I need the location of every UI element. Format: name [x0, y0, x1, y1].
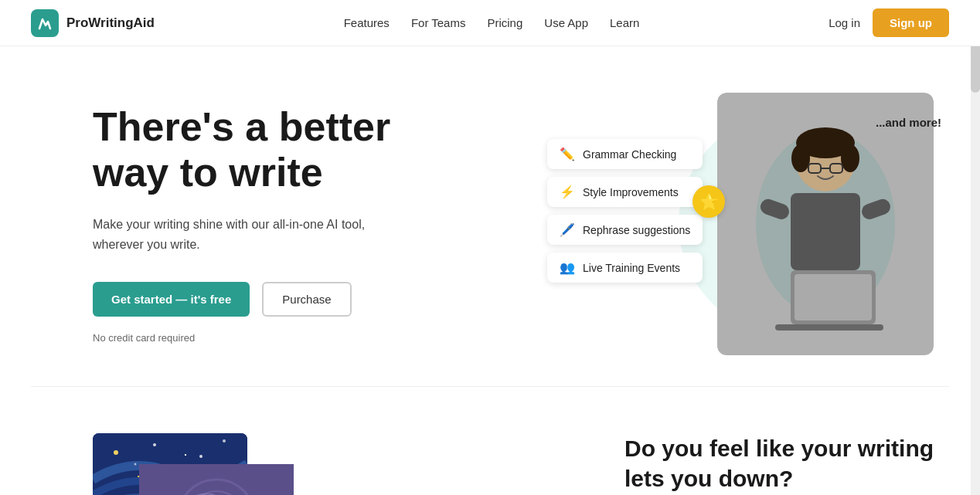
feature-pills: ✏️ Grammar Checking ⚡ Style Improvements… [547, 139, 703, 283]
svg-point-3 [791, 144, 810, 172]
feature-pill-grammar: ✏️ Grammar Checking [547, 139, 703, 169]
person-placeholder [717, 93, 934, 355]
hero-left: There's a better way to write Make your … [93, 104, 464, 344]
style-label: Style Improvements [583, 186, 679, 198]
svg-rect-8 [791, 193, 860, 270]
hero-right: ✏️ Grammar Checking ⚡ Style Improvements… [547, 93, 949, 355]
get-started-button[interactable]: Get started — it's free [93, 282, 250, 317]
hero-buttons: Get started — it's free Purchase [93, 282, 464, 317]
nav-actions: Log in Sign up [829, 8, 949, 37]
nav-links: Features For Teams Pricing Use App Learn [344, 16, 640, 29]
grammar-icon: ✏️ [560, 147, 575, 161]
scrollbar[interactable] [971, 0, 980, 495]
navbar: ProWritingAid Features For Teams Pricing… [0, 0, 980, 46]
feature-pill-style: ⚡ Style Improvements [547, 177, 703, 207]
svg-point-16 [153, 443, 156, 446]
training-label: Live Training Events [583, 262, 680, 274]
logo-icon [31, 9, 59, 37]
training-icon: 👥 [560, 260, 575, 275]
feature-pill-training: 👥 Live Training Events [547, 253, 703, 283]
brand-name: ProWritingAid [66, 15, 155, 31]
grammar-label: Grammar Checking [583, 148, 676, 161]
svg-point-18 [223, 439, 226, 442]
brand-logo[interactable]: ProWritingAid [31, 9, 155, 37]
nav-for-teams[interactable]: For Teams [411, 16, 466, 29]
hero-subtitle: Make your writing shine with our all-in-… [93, 215, 402, 254]
svg-point-15 [114, 450, 118, 455]
svg-point-4 [841, 144, 859, 172]
hero-person-image [717, 93, 934, 355]
hero-title: There's a better way to write [93, 104, 464, 197]
nav-pricing[interactable]: Pricing [487, 16, 522, 29]
rephrase-label: Rephrase suggestions [583, 224, 690, 236]
svg-point-19 [134, 463, 137, 466]
signup-button[interactable]: Sign up [873, 8, 949, 37]
purchase-button[interactable]: Purchase [262, 282, 351, 317]
rephrase-icon: 🖊️ [560, 222, 575, 237]
star-badge: ⭐ [692, 185, 725, 218]
svg-point-17 [199, 455, 202, 458]
section2-text: Do you feel like your writing lets you d… [624, 433, 949, 495]
nav-features[interactable]: Features [344, 16, 390, 29]
section2: My idea in my head Do you feel like your… [0, 387, 980, 495]
style-icon: ⚡ [560, 185, 575, 199]
no-credit-card-text: No credit card required [93, 332, 464, 344]
hero-section: There's a better way to write Make your … [0, 46, 980, 386]
overlay-image [139, 464, 294, 495]
nav-use-app[interactable]: Use App [544, 16, 588, 29]
section2-title: Do you feel like your writing lets you d… [624, 433, 949, 493]
more-text: ...and more! [876, 116, 941, 129]
svg-rect-13 [775, 324, 883, 331]
svg-rect-12 [795, 274, 872, 320]
feature-pill-rephrase: 🖊️ Rephrase suggestions [547, 215, 703, 245]
nav-learn[interactable]: Learn [610, 16, 639, 29]
section2-images: My idea in my head [93, 433, 371, 495]
login-link[interactable]: Log in [829, 16, 860, 29]
